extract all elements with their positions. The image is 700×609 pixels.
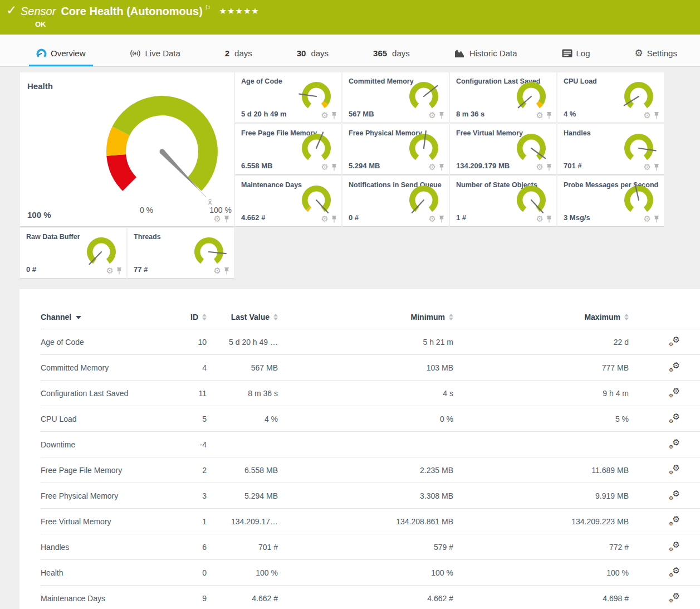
pin-icon[interactable] [439,112,444,119]
column-header-id[interactable]: ID [174,313,207,329]
tab-log[interactable]: Log [555,48,598,66]
channel-settings-gears-icon[interactable]: ⚙⚙ [669,439,680,449]
pin-icon[interactable] [331,164,337,171]
channel-row-free-physical-memory[interactable]: Free Physical Memory35.294 MB3.308 MB9.9… [41,483,700,509]
channel-settings-gears-icon[interactable]: ⚙⚙ [669,515,680,525]
column-label: Minimum [411,313,445,321]
channel-row-free-virtual-memory[interactable]: Free Virtual Memory1134.209.17…134.208.8… [41,509,700,534]
pin-icon[interactable] [116,267,122,275]
tab-label: Live Data [145,48,180,58]
pin-icon[interactable] [439,164,444,171]
gear-icon[interactable]: ⚙ [429,111,436,120]
channel-row-maintenance-days[interactable]: Maintenance Days94.662 #4.662 #4.698 #⚙⚙ [41,586,700,609]
channel-settings-gears-icon[interactable]: ⚙⚙ [669,387,680,397]
svg-text:x̄: x̄ [208,198,212,206]
pin-icon[interactable] [546,216,552,223]
sort-desc-icon [76,316,81,319]
channel-settings-gears-icon[interactable]: ⚙⚙ [669,413,680,423]
pin-icon[interactable] [331,112,337,119]
channel-last-value: 134.209.17… [207,509,278,534]
column-header-minimum[interactable]: Minimum [278,313,453,329]
channel-minimum: 134.208.861 MB [278,509,453,534]
channel-row-free-page-file-memory[interactable]: Free Page File Memory26.558 MB2.235 MB11… [41,457,700,483]
channel-settings-gears-icon[interactable]: ⚙⚙ [669,567,680,577]
gear-icon[interactable]: ⚙ [536,111,544,120]
gear-icon[interactable]: ⚙ [321,215,329,223]
gauge-card-age-of-code: Age of Code5 d 20 h 49 m⚙ [235,72,341,123]
pin-icon[interactable] [546,112,552,119]
channel-name: CPU Load [41,406,174,432]
gauge-title: Maintenance Days [241,181,302,189]
channel-minimum: 4 s [278,381,453,406]
channel-settings-gears-icon[interactable]: ⚙⚙ [669,464,680,474]
channel-row-age-of-code[interactable]: Age of Code105 d 20 h 49 …5 h 21 m22 d⚙⚙ [41,329,700,355]
channel-settings-gears-icon[interactable]: ⚙⚙ [669,592,680,602]
pin-icon[interactable] [546,164,552,171]
column-header-maximum[interactable]: Maximum [453,313,629,329]
tab-historic-data[interactable]: Historic Data [447,48,525,66]
tab-number: 2 [225,48,229,58]
channel-settings-gears-icon[interactable]: ⚙⚙ [669,490,680,500]
channel-row-committed-memory[interactable]: Committed Memory4567 MB103 MB777 MB⚙⚙ [41,355,700,381]
channel-name: Health [41,560,174,586]
gauge-value: 4 % [564,110,576,118]
channel-last-value: 4 % [207,406,278,432]
tab-label: days [234,48,252,58]
column-header-last-value[interactable]: Last Value [207,313,278,329]
gear-icon[interactable]: ⚙ [536,163,544,172]
gear-icon[interactable]: ⚙ [321,111,329,120]
pin-icon[interactable] [654,216,659,223]
channel-settings-gears-icon[interactable]: ⚙⚙ [669,362,680,372]
tab-live-data[interactable]: Live Data [123,48,187,66]
tab-label: Historic Data [469,48,517,58]
gear-icon[interactable]: ⚙ [429,215,436,223]
channel-row-handles[interactable]: Handles6701 #579 #772 #⚙⚙ [41,534,700,560]
pin-icon[interactable] [654,112,659,119]
channel-id: -4 [174,432,207,457]
tab-label: days [311,48,329,58]
gear-icon[interactable]: ⚙ [644,215,651,223]
tab-bar: OverviewLive Data2days30days365daysHisto… [0,35,700,67]
pin-icon[interactable] [331,216,337,223]
channel-name: Age of Code [41,329,174,355]
channel-id: 3 [174,483,207,509]
gear-icon[interactable]: ⚙ [106,267,114,275]
pin-icon[interactable] [224,267,229,275]
column-header-channel[interactable]: Channel [41,313,174,329]
gear-icon[interactable]: ⚙ [321,163,329,172]
tab-overview[interactable]: Overview [29,48,93,66]
tab-label: Settings [647,48,677,58]
gauge-value: 567 MB [349,110,374,118]
tab-30-days[interactable]: 30days [290,48,336,66]
gear-icon[interactable]: ⚙ [536,215,544,223]
svg-text:100 %: 100 % [209,206,232,215]
gear-icon[interactable]: ⚙ [214,215,221,223]
gauge-card-free-page-file-memory: Free Page File Memory6.558 MB⚙ [235,124,341,175]
gauge-value: 134.209.179 MB [456,162,510,170]
pin-icon[interactable] [439,216,444,223]
channel-row-cpu-load[interactable]: CPU Load54 %0 %5 %⚙⚙ [41,406,700,432]
gear-icon[interactable]: ⚙ [214,267,221,275]
channel-row-health[interactable]: Health0100 %100 %100 %⚙⚙ [41,560,700,586]
channel-minimum: 2.235 MB [278,457,453,483]
channel-last-value: 5.294 MB [207,483,278,509]
channel-maximum [453,432,629,457]
flag-icon[interactable]: ⚐ [205,4,211,12]
gear-icon[interactable]: ⚙ [644,111,651,120]
tab-label: Log [576,48,590,58]
tab-2-days[interactable]: 2days [218,48,260,66]
channel-settings-gears-icon[interactable]: ⚙⚙ [669,336,680,346]
priority-stars[interactable]: ★★★★★ [219,6,260,16]
column-header-actions [629,313,700,329]
channel-row-downtime[interactable]: Downtime-4⚙⚙ [41,432,700,457]
pin-icon[interactable] [654,164,659,171]
sensor-header: ✓ SensorCore Health (Autonomous)⚐★★★★★ O… [0,0,700,35]
gear-icon[interactable]: ⚙ [429,163,436,172]
channel-id: 1 [174,509,207,534]
gear-icon[interactable]: ⚙ [644,163,651,172]
channel-settings-gears-icon[interactable]: ⚙⚙ [669,541,680,551]
channel-row-configuration-last-saved[interactable]: Configuration Last Saved118 m 36 s4 s9 h… [41,381,700,406]
pin-icon[interactable] [224,216,229,223]
tab-365-days[interactable]: 365days [366,48,417,66]
tab-settings[interactable]: ⚙Settings [627,48,684,66]
